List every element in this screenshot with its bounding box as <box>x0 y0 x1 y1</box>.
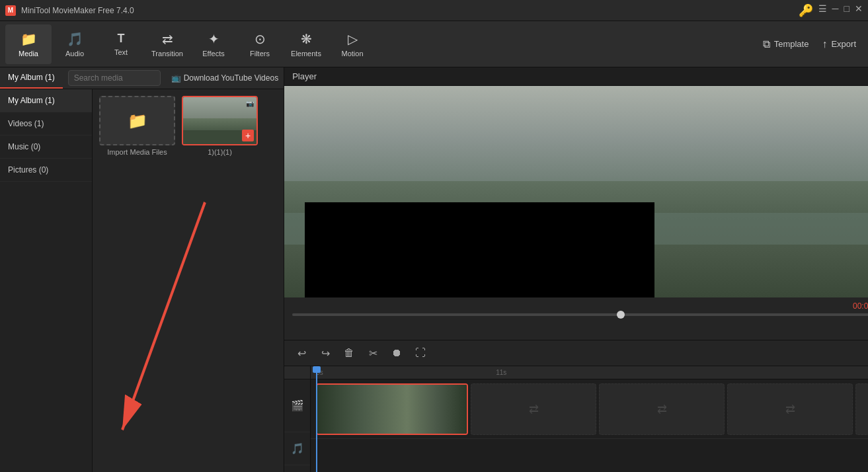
timeline: ↩ ↪ 🗑 ✂ ⏺ ⛶ ─ + <box>284 340 868 472</box>
sidebar-item-pictures[interactable]: Pictures (0) <box>0 159 92 182</box>
download-label: Download YouTube Videos <box>184 73 278 83</box>
toolbar-elements[interactable]: ❋ Elements <box>283 24 329 64</box>
toolbar-media-label: Media <box>19 50 38 58</box>
motion-icon: ▷ <box>348 31 358 47</box>
player-header: Player <box>284 67 868 86</box>
player-label: Player <box>292 71 317 81</box>
transition-block-1: ⇄ <box>471 383 596 435</box>
toolbar-audio[interactable]: 🎵 Audio <box>52 24 98 64</box>
app-container: M MiniTool MovieMaker Free 7.4.0 🔑 ☰ ─ □… <box>0 0 868 472</box>
progress-thumb[interactable] <box>617 311 625 319</box>
track-content: 0s 11s <box>311 366 868 472</box>
app-logo: M <box>5 5 16 16</box>
player-area: Player 00:00:00:00 <box>284 67 868 340</box>
player-video <box>284 86 868 297</box>
toolbar-motion[interactable]: ▷ Motion <box>329 24 375 64</box>
transition-block-4: ⇄ <box>855 383 868 435</box>
record-button[interactable]: ⏺ <box>387 344 406 362</box>
player-right-top: Player 00:00:00:00 <box>284 67 868 340</box>
search-input[interactable] <box>68 70 161 86</box>
download-youtube-button[interactable]: 📺 Download YouTube Videos <box>166 67 284 89</box>
app-main: My Album (1) 📺 Download YouTube Videos M… <box>0 67 868 472</box>
transition-block-2: ⇄ <box>599 383 725 435</box>
text-icon: T <box>118 32 125 46</box>
ruler-corner <box>284 366 310 379</box>
sidebar-item-my-album[interactable]: My Album (1) <box>0 89 92 112</box>
left-panel-tabs: My Album (1) 📺 Download YouTube Videos <box>0 67 284 89</box>
template-layers-icon: ⧉ <box>763 38 770 50</box>
toolbar-audio-label: Audio <box>65 50 84 58</box>
toolbar-effects-label: Effects <box>202 50 224 58</box>
cut-button[interactable]: ✂ <box>364 344 382 362</box>
import-media-item[interactable]: 📁 Import Media Files <box>99 96 175 156</box>
export-label: Export <box>831 39 856 49</box>
clip-thumbnail <box>317 385 467 434</box>
menu-icon[interactable]: ☰ <box>818 3 827 18</box>
transition-blocks: ⇄ ⇄ ⇄ ⇄ ⇄ <box>471 383 868 435</box>
export-button[interactable]: ↑ Export <box>815 34 863 54</box>
left-content: My Album (1) Videos (1) Music (0) Pictur… <box>0 89 284 472</box>
video-sky <box>284 86 868 192</box>
import-thumb: 📁 <box>99 96 175 145</box>
transition-icon: ⇄ <box>162 31 173 47</box>
toolbar-transition-label: Transition <box>151 50 183 58</box>
preview-black-box <box>305 202 654 297</box>
toolbar-effects[interactable]: ✦ Effects <box>190 24 237 64</box>
sidebar-music-label: Music (0) <box>8 142 40 151</box>
search-area <box>63 67 166 89</box>
filters-icon: ⊙ <box>255 31 266 47</box>
main-toolbar: 📁 Media 🎵 Audio T Text ⇄ Transition ✦ Ef… <box>0 21 868 67</box>
media-icon: 📁 <box>20 31 37 47</box>
sidebar-item-music[interactable]: Music (0) <box>0 136 92 159</box>
template-button[interactable]: ⧉ Template <box>756 34 816 54</box>
toolbar-filters-label: Filters <box>250 50 270 58</box>
toolbar-transition[interactable]: ⇄ Transition <box>144 24 190 64</box>
player-controls: 00:00:00:00 / 00:00:10:24 16:9 9:16 <box>284 297 868 340</box>
crop-button[interactable]: ⛶ <box>411 344 430 362</box>
folder-icon: 📁 <box>128 112 147 130</box>
undo-button[interactable]: ↩ <box>292 344 311 362</box>
tab-my-album[interactable]: My Album (1) <box>0 67 63 89</box>
maximize-button[interactable]: □ <box>844 3 849 18</box>
ruler-mark-11s: 11s <box>496 369 506 376</box>
video-thumb: 📷 + <box>182 96 258 145</box>
film-icon: 🎬 <box>291 399 304 412</box>
import-label: Import Media Files <box>107 148 167 156</box>
toolbar-motion-label: Motion <box>341 50 363 58</box>
toolbar-text-label: Text <box>114 48 128 56</box>
transition-block-3: ⇄ <box>727 383 853 435</box>
video-track-icon: 🎬 <box>284 379 310 432</box>
toolbar-text[interactable]: T Text <box>98 24 144 64</box>
audio-icon: 🎵 <box>67 31 83 47</box>
elements-icon: ❋ <box>301 31 312 47</box>
delete-button[interactable]: 🗑 <box>340 344 358 362</box>
sidebar-my-album-label: My Album (1) <box>8 96 55 105</box>
sidebar-videos-label: Videos (1) <box>8 119 44 128</box>
export-icon: ↑ <box>822 38 827 50</box>
title-bar: M MiniTool MovieMaker Free 7.4.0 🔑 ☰ ─ □… <box>0 0 868 21</box>
player-time: 00:00:00:00 / 00:00:10:24 <box>292 301 868 311</box>
close-button[interactable]: ✕ <box>855 3 863 18</box>
player-progress[interactable] <box>292 313 868 316</box>
music-note-icon: 🎵 <box>291 442 304 455</box>
timeline-toolbar: ↩ ↪ 🗑 ✂ ⏺ ⛶ ─ + <box>284 340 868 366</box>
window-controls: 🔑 ☰ ─ □ ✕ <box>799 3 863 18</box>
video-clip[interactable] <box>316 383 468 435</box>
sidebar: My Album (1) Videos (1) Music (0) Pictur… <box>0 89 93 472</box>
playhead <box>316 366 317 472</box>
audio-track <box>311 439 868 472</box>
toolbar-media[interactable]: 📁 Media <box>5 24 52 64</box>
camera-icon: 📷 <box>246 100 254 107</box>
minimize-icon[interactable]: 🔑 <box>799 3 813 18</box>
youtube-icon: 📺 <box>171 73 181 83</box>
sidebar-pictures-label: Pictures (0) <box>8 165 48 175</box>
toolbar-filters[interactable]: ⊙ Filters <box>237 24 283 64</box>
video-media-item[interactable]: 📷 + 1)(1)(1) <box>182 96 258 156</box>
effects-icon: ✦ <box>208 31 219 47</box>
left-panel: My Album (1) 📺 Download YouTube Videos M… <box>0 67 284 472</box>
timeline-ruler: 0s 11s <box>311 366 868 379</box>
sidebar-item-videos[interactable]: Videos (1) <box>0 112 92 136</box>
minimize-button[interactable]: ─ <box>832 3 839 18</box>
player-bottom: 16:9 9:16 4:3 1:1 ⛶ <box>292 320 868 336</box>
redo-button[interactable]: ↪ <box>316 344 335 362</box>
